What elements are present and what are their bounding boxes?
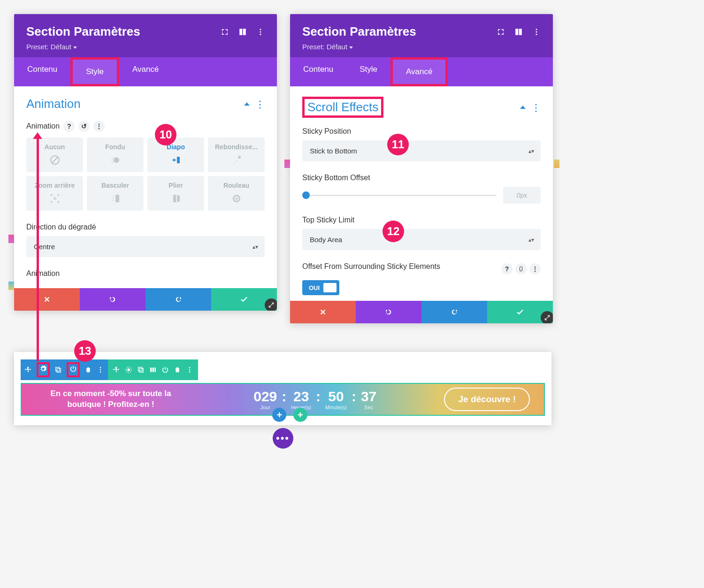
anim-rebond[interactable]: Rebondisse... [208,137,265,172]
columns-icon[interactable] [149,366,157,374]
power-highlighted [67,362,80,377]
svg-rect-34 [153,367,154,372]
tab-contenu[interactable]: Contenu [290,57,346,86]
duplicate-icon[interactable] [137,366,145,374]
animation-options: Aucun Fondu Diapo Rebondisse... Zoom arr… [26,137,265,211]
columns-icon[interactable] [514,28,523,36]
svg-point-12 [234,162,235,164]
help-icon[interactable]: ? [63,121,75,132]
section-toolbar [21,359,108,380]
anim-diapo[interactable]: Diapo [147,137,204,172]
svg-point-17 [112,198,113,199]
builder-menu-button[interactable]: ••• [273,428,293,449]
collapse-icon[interactable] [244,102,250,106]
offset-value[interactable]: 0px [503,187,541,204]
svg-rect-15 [115,195,119,202]
tab-avance[interactable]: Avancé [390,57,448,86]
section-more-icon[interactable]: ⋮ [255,99,265,110]
reset-icon[interactable]: ↺ [78,121,90,132]
collapse-icon[interactable] [520,106,526,109]
preset-label[interactable]: Preset: Défaut [302,43,541,51]
svg-point-16 [112,196,113,197]
mobile-icon[interactable] [515,263,527,275]
redo-button[interactable] [421,301,487,323]
cta-button[interactable]: Je découvre ! [444,388,530,411]
section-title: Scroll Effects [302,97,383,118]
undo-button[interactable] [80,288,145,311]
offset-toggle[interactable]: OUI [302,280,339,295]
trash-icon[interactable] [174,366,181,374]
gear-icon[interactable] [125,366,132,374]
builder-preview: En ce moment -50% sur toute la boutique … [14,352,551,425]
direction-select[interactable]: Centre▴▾ [26,236,265,257]
top-limit-select[interactable]: Body Area▴▾ [302,229,541,250]
more-icon[interactable] [256,28,265,36]
svg-point-5 [114,157,119,163]
columns-icon[interactable] [238,28,247,36]
anim-rouleau[interactable]: Rouleau [208,176,265,211]
more-icon[interactable] [186,366,193,374]
anim-fondu[interactable]: Fondu [87,137,144,172]
sticky-position-select[interactable]: Stick to Bottom▴▾ [302,140,541,161]
settings-panel-left: Section Paramètres Preset: Défaut Conten… [14,14,277,311]
resize-corner-icon[interactable] [541,311,553,323]
panel-title: Section Paramètres [302,24,416,39]
field-more-icon[interactable]: ⋮ [93,121,105,132]
close-button[interactable] [290,301,356,323]
sticky-offset-label: Sticky Bottom Offset [302,174,541,182]
tab-contenu[interactable]: Contenu [14,57,70,86]
bg-gradient [284,160,290,168]
close-button[interactable] [14,288,80,311]
expand-icon[interactable] [497,28,505,36]
preset-label[interactable]: Preset: Défaut [26,43,265,51]
row-toolbar [108,359,198,380]
move-icon[interactable] [113,366,120,374]
tabs: Contenu Style Avancé [290,57,553,86]
gear-icon[interactable] [39,365,47,373]
top-limit-label: Top Sticky Limit [302,216,541,224]
marker-11: 11 [387,134,409,155]
anim-basculer[interactable]: Basculer [87,176,144,211]
anim-plier[interactable]: Plier [147,176,204,211]
add-section-button[interactable]: + [272,408,286,422]
move-icon[interactable] [24,366,32,374]
svg-rect-24 [56,367,60,371]
anim-zoom[interactable]: Zoom arrière [26,176,83,211]
tab-style[interactable]: Style [346,57,390,86]
undo-button[interactable] [356,301,421,323]
svg-point-10 [238,156,241,159]
tab-style[interactable]: Style [70,57,119,86]
anim-lower-label: Animation [26,269,265,278]
tab-avance[interactable]: Avancé [119,57,172,86]
field-more-icon[interactable]: ⋮ [529,263,541,275]
svg-rect-33 [150,367,152,372]
resize-corner-icon[interactable] [265,298,277,311]
svg-rect-35 [154,367,156,372]
offset-elements-label: Offset From Surrounding Sticky Elements [302,262,440,271]
power-icon[interactable] [161,366,169,374]
svg-point-36 [189,367,191,368]
svg-rect-32 [139,368,143,372]
tabs: Contenu Style Avancé [14,57,277,86]
bg-gradient [554,160,559,168]
marker-13: 13 [74,340,96,362]
power-icon[interactable] [69,365,77,373]
svg-point-27 [100,369,101,371]
redo-button[interactable] [145,288,211,311]
offset-slider[interactable] [302,195,497,196]
section-more-icon[interactable]: ⋮ [531,102,541,113]
expand-icon[interactable] [221,28,229,36]
more-icon[interactable] [532,28,541,36]
anim-aucun[interactable]: Aucun [26,137,83,172]
toolbar [21,359,551,380]
duplicate-icon[interactable] [54,366,62,374]
svg-point-7 [111,160,112,161]
trash-icon[interactable] [84,366,92,374]
svg-point-21 [536,33,537,35]
more-icon[interactable] [97,366,104,374]
help-icon[interactable]: ? [501,263,513,275]
animation-field-label: Animation ? ↺ ⋮ [26,121,265,132]
add-row-button[interactable]: + [293,408,307,422]
svg-point-2 [260,33,261,35]
svg-point-19 [536,29,537,30]
